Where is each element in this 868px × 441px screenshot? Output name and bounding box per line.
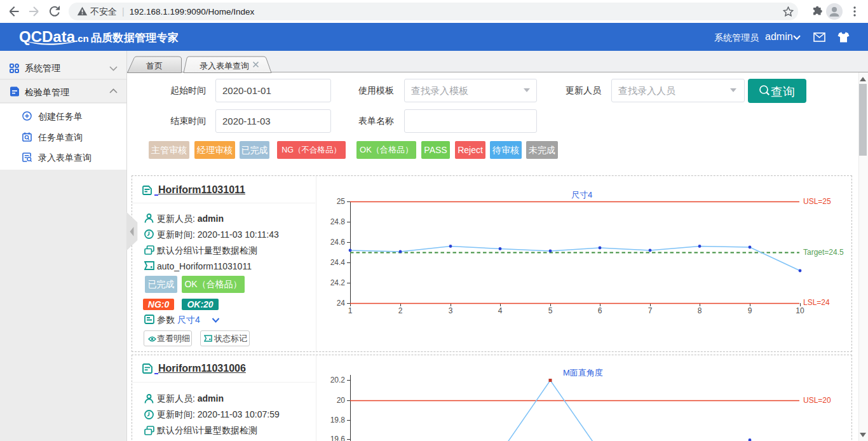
svg-text:24: 24 [337,299,346,308]
svg-text:20: 20 [337,396,346,405]
svg-text:25: 25 [337,197,346,206]
svg-text:4: 4 [498,306,503,315]
svg-text:尺寸4: 尺寸4 [571,190,592,200]
svg-text:19.8: 19.8 [330,416,346,424]
svg-text:7: 7 [648,306,653,315]
svg-text:1: 1 [348,306,353,315]
svg-text:USL=20: USL=20 [803,396,831,405]
svg-text:24.4: 24.4 [330,258,346,267]
svg-text:8: 8 [698,306,702,315]
svg-text:24.8: 24.8 [330,217,346,226]
svg-text:20.2: 20.2 [330,376,346,384]
svg-text:USL=25: USL=25 [803,197,831,206]
svg-text:3: 3 [449,306,453,315]
svg-text:5: 5 [548,306,553,315]
svg-text:10: 10 [796,306,804,315]
svg-text:2: 2 [398,306,403,315]
svg-text:19.6: 19.6 [330,435,346,441]
svg-text:M面直角度: M面直角度 [563,368,603,377]
svg-text:24.2: 24.2 [330,278,346,287]
svg-text:6: 6 [598,306,602,315]
svg-text:Target=24.5: Target=24.5 [803,248,844,257]
svg-text:9: 9 [748,306,752,315]
svg-text:24.6: 24.6 [330,238,346,247]
svg-text:LSL=24: LSL=24 [803,298,830,307]
